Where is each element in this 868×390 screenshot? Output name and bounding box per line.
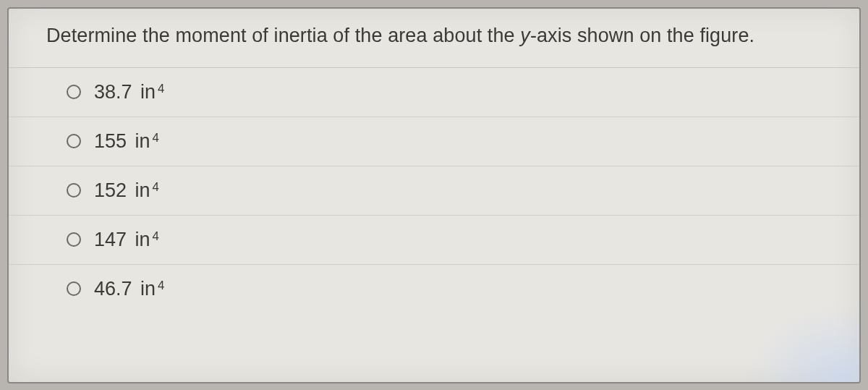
option-unit-exp: 4 bbox=[153, 180, 159, 195]
question-card: Determine the moment of inertia of the a… bbox=[7, 7, 861, 383]
option-label: 38.7 in4 bbox=[94, 81, 164, 103]
radio-icon[interactable] bbox=[67, 281, 81, 296]
option-unit-exp: 4 bbox=[153, 131, 159, 145]
question-axis: y bbox=[520, 25, 530, 46]
option-label: 152 in4 bbox=[94, 179, 159, 202]
radio-icon[interactable] bbox=[67, 183, 81, 198]
option-label: 155 in4 bbox=[94, 130, 159, 153]
option-row[interactable]: 152 in4 bbox=[9, 166, 859, 216]
option-unit-exp: 4 bbox=[158, 82, 164, 96]
option-value: 46.7 bbox=[94, 278, 132, 300]
option-row[interactable]: 155 in4 bbox=[9, 117, 859, 166]
option-row[interactable]: 46.7 in4 bbox=[9, 265, 859, 313]
option-unit-base: in bbox=[140, 81, 156, 103]
question-suffix: -axis shown on the figure. bbox=[530, 25, 754, 46]
option-row[interactable]: 147 in4 bbox=[9, 216, 859, 265]
option-unit-base: in bbox=[135, 229, 150, 251]
radio-icon[interactable] bbox=[67, 85, 81, 99]
radio-icon[interactable] bbox=[67, 134, 81, 148]
radio-icon[interactable] bbox=[67, 232, 81, 247]
option-value: 155 bbox=[94, 130, 127, 153]
option-unit-base: in bbox=[135, 179, 150, 202]
options-list: 38.7 in4 155 in4 152 in4 147 in4 46.7 in bbox=[9, 68, 859, 313]
option-value: 38.7 bbox=[94, 81, 132, 103]
option-label: 46.7 in4 bbox=[94, 278, 164, 300]
option-row[interactable]: 38.7 in4 bbox=[9, 68, 859, 117]
option-unit-base: in bbox=[135, 130, 150, 153]
question-prompt: Determine the moment of inertia of the a… bbox=[9, 9, 859, 68]
option-label: 147 in4 bbox=[94, 229, 159, 251]
option-unit-base: in bbox=[140, 278, 156, 300]
option-unit-exp: 4 bbox=[153, 229, 159, 244]
option-unit-exp: 4 bbox=[158, 279, 164, 293]
option-value: 152 bbox=[94, 179, 127, 202]
question-text: Determine the moment of inertia of the a… bbox=[46, 25, 838, 47]
question-prefix: Determine the moment of inertia of the a… bbox=[46, 25, 520, 46]
option-value: 147 bbox=[94, 229, 127, 251]
